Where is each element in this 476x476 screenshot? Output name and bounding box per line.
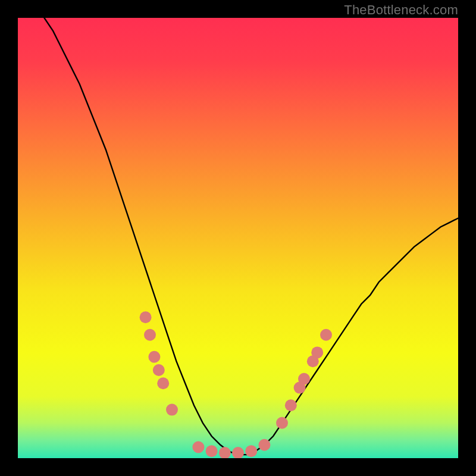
data-marker — [320, 329, 332, 341]
data-marker — [258, 439, 270, 451]
data-marker — [140, 311, 152, 323]
data-marker — [148, 351, 160, 363]
data-marker — [285, 399, 297, 411]
chart-frame: TheBottleneck.com — [0, 0, 476, 476]
chart-svg — [18, 18, 458, 458]
data-marker — [311, 346, 323, 358]
data-marker — [245, 445, 257, 457]
data-marker — [153, 364, 165, 376]
data-marker — [298, 373, 310, 385]
data-marker — [206, 445, 218, 457]
data-marker — [157, 377, 169, 389]
data-marker — [276, 417, 288, 429]
plot-area — [18, 18, 458, 458]
background-gradient — [18, 18, 458, 458]
data-marker — [144, 329, 156, 341]
data-marker — [166, 404, 178, 416]
watermark-text: TheBottleneck.com — [344, 2, 458, 18]
data-marker — [192, 441, 204, 453]
